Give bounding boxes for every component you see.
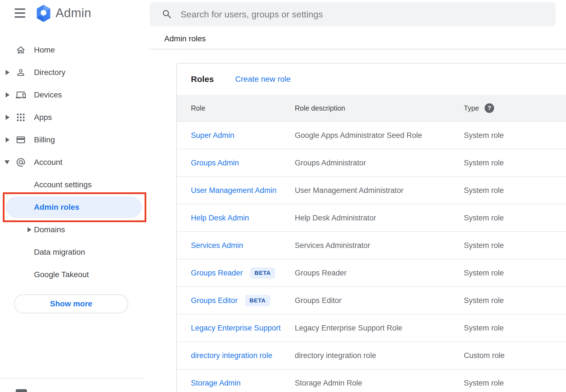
expand-arrow-icon[interactable] — [6, 92, 10, 97]
role-type: System role — [464, 324, 566, 332]
sidebar-item-label: Data migration — [34, 248, 85, 257]
create-new-role-link[interactable]: Create new role — [235, 75, 291, 84]
role-type: System role — [464, 241, 566, 250]
sidebar-item-home[interactable]: Home — [0, 39, 149, 61]
menu-icon[interactable] — [15, 8, 25, 18]
table-row: Help Desk Admin Help Desk Administrator … — [177, 204, 566, 232]
role-description: Storage Admin Role — [295, 379, 464, 388]
sidebar-item-label: Home — [34, 45, 55, 54]
role-type: System role — [464, 296, 566, 305]
search-bar[interactable] — [150, 2, 556, 26]
apps-grid-icon — [16, 112, 26, 122]
role-link[interactable]: Help Desk Admin — [191, 214, 249, 222]
expand-arrow-icon[interactable] — [6, 137, 10, 142]
table-body: Super Admin Google Apps Administrator Se… — [177, 122, 566, 392]
admin-console-screen: Admin Home Directory D — [0, 0, 566, 392]
role-link[interactable]: Groups Editor — [191, 296, 238, 305]
expand-arrow-icon[interactable] — [6, 115, 10, 120]
search-input[interactable] — [180, 9, 556, 20]
role-type: Custom role — [464, 351, 566, 360]
table-row: Services Admin Services Administrator Sy… — [177, 232, 566, 259]
sidebar-item-label: Account — [34, 158, 62, 167]
sidebar-item-account-settings[interactable]: Account settings — [0, 174, 149, 196]
sidebar-item-label: Directory — [34, 68, 65, 77]
role-type: System role — [464, 186, 566, 195]
column-header-description: Role description — [295, 104, 464, 112]
expand-arrow-icon[interactable] — [6, 70, 10, 75]
sidebar-item-data-migration[interactable]: Data migration — [0, 241, 149, 263]
google-admin-logo-icon — [35, 4, 52, 22]
card-title: Roles — [191, 74, 214, 84]
sidebar-item-billing[interactable]: Billing — [0, 129, 149, 151]
roles-card: Roles Create new role Role Role descript… — [176, 63, 566, 392]
sidebar-item-account[interactable]: Account — [0, 151, 149, 174]
sidebar-item-google-takeout[interactable]: Google Takeout — [0, 263, 149, 286]
role-description: Services Administrator — [295, 241, 464, 250]
sidebar-nav: Home Directory Devices — [0, 39, 149, 286]
credit-card-icon — [16, 135, 26, 145]
table-header-row: Role Role description Type ? — [177, 95, 566, 122]
sidebar-item-domains[interactable]: Domains — [0, 218, 149, 241]
expand-arrow-icon[interactable] — [28, 227, 31, 232]
role-link[interactable]: User Management Admin — [191, 186, 277, 195]
show-more-button[interactable]: Show more — [14, 294, 128, 313]
sidebar-item-apps[interactable]: Apps — [0, 106, 149, 129]
column-header-type: Type ? — [464, 103, 566, 113]
role-type: System role — [464, 379, 566, 388]
table-row: directory integration role directory int… — [177, 342, 566, 370]
table-row: Groups Reader BETA Groups Reader System … — [177, 259, 566, 287]
sidebar-divider — [0, 378, 144, 379]
sidebar-header: Admin — [0, 0, 91, 26]
role-type: System role — [464, 159, 566, 167]
role-link[interactable]: directory integration role — [191, 351, 272, 360]
sidebar-item-label: Devices — [34, 90, 62, 99]
role-link[interactable]: Super Admin — [191, 131, 234, 140]
sidebar-item-admin-roles[interactable]: Admin roles — [0, 196, 149, 218]
role-description: Google Apps Administrator Seed Role — [295, 131, 464, 140]
collapse-arrow-icon[interactable] — [4, 160, 10, 164]
role-type: System role — [464, 269, 566, 277]
role-type: System role — [464, 214, 566, 222]
home-icon — [16, 45, 26, 55]
sidebar-item-devices[interactable]: Devices — [0, 84, 149, 106]
breadcrumb: Admin roles — [164, 34, 206, 43]
table-row: User Management Admin User Management Ad… — [177, 177, 566, 204]
table-row: Super Admin Google Apps Administrator Se… — [177, 122, 566, 149]
table-row: Storage Admin Storage Admin Role System … — [177, 370, 566, 392]
column-header-role: Role — [191, 104, 295, 112]
role-description: User Management Administrator — [295, 186, 464, 195]
sidebar-item-label: Apps — [34, 113, 52, 122]
at-sign-icon — [16, 157, 26, 167]
sidebar-item-label: Domains — [34, 225, 65, 234]
search-icon — [161, 9, 173, 20]
role-link[interactable]: Legacy Enterprise Support — [191, 324, 281, 332]
role-description: Groups Reader — [295, 269, 464, 277]
sidebar-item-label: Google Takeout — [34, 270, 89, 279]
person-icon — [16, 67, 26, 78]
role-link[interactable]: Groups Reader — [191, 269, 243, 277]
role-link[interactable]: Services Admin — [191, 241, 243, 250]
sidebar-item-label: Admin roles — [34, 203, 79, 212]
sidebar-item-label: Account settings — [34, 180, 92, 189]
table-row: Groups Editor BETA Groups Editor System … — [177, 287, 566, 314]
role-description: Groups Administrator — [295, 159, 464, 167]
role-type: System role — [464, 131, 566, 140]
app-title: Admin — [56, 6, 91, 20]
help-icon[interactable]: ? — [485, 103, 494, 113]
role-link[interactable]: Storage Admin — [191, 379, 241, 388]
role-description: Legacy Enterprise Support Role — [295, 324, 464, 332]
table-row: Groups Admin Groups Administrator System… — [177, 149, 566, 177]
role-description: Help Desk Administrator — [295, 214, 464, 222]
role-link[interactable]: Groups Admin — [191, 159, 239, 167]
sidebar-item-label: Billing — [34, 135, 55, 144]
beta-badge: BETA — [245, 295, 270, 306]
role-description: Groups Editor — [295, 296, 464, 305]
table-row: Legacy Enterprise Support Legacy Enterpr… — [177, 314, 566, 342]
clipped-menu-icon — [16, 389, 27, 392]
content-divider — [149, 49, 566, 49]
beta-badge: BETA — [250, 267, 275, 279]
sidebar-item-directory[interactable]: Directory — [0, 61, 149, 84]
devices-icon — [16, 90, 26, 100]
roles-card-header: Roles Create new role — [177, 63, 566, 95]
role-description: directory integration role — [295, 351, 464, 360]
